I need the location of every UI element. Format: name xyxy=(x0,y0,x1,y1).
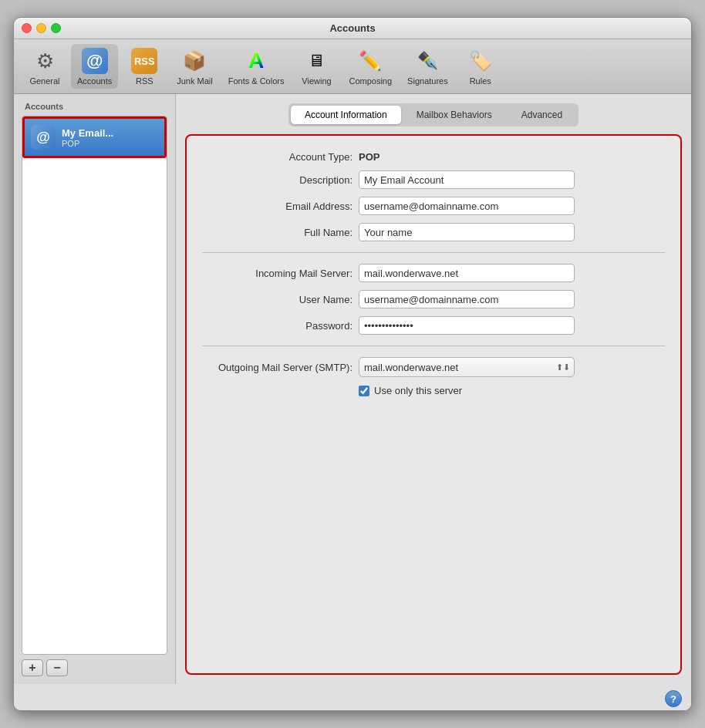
user-name-input[interactable] xyxy=(359,290,575,308)
fonts-colors-icon: A xyxy=(242,47,270,75)
outgoing-mail-server-label: Outgoing Mail Server (SMTP): xyxy=(202,362,352,373)
user-name-row: User Name: xyxy=(202,290,665,308)
bottom-bar: ? xyxy=(14,684,691,710)
toolbar-label-signatures: Signatures xyxy=(407,76,448,86)
toolbar-label-accounts: Accounts xyxy=(77,76,112,86)
account-icon: @ xyxy=(31,125,56,150)
use-only-server-row: Use only this server xyxy=(202,385,665,396)
email-address-input[interactable] xyxy=(359,197,575,215)
toolbar-item-accounts[interactable]: @ Accounts xyxy=(71,44,118,89)
remove-account-button[interactable]: − xyxy=(46,659,68,676)
use-only-server-label[interactable]: Use only this server xyxy=(374,385,462,396)
divider-1 xyxy=(202,252,665,253)
form-panel: Account Type: POP Description: Email Add… xyxy=(185,134,682,675)
account-name: My Email... xyxy=(62,127,113,139)
account-type-row: Account Type: POP xyxy=(202,151,665,163)
toolbar: ⚙ General @ Accounts RSS RSS 📦 Junk Mail… xyxy=(14,39,691,94)
full-name-label: Full Name: xyxy=(202,227,352,238)
incoming-mail-server-row: Incoming Mail Server: xyxy=(202,264,665,282)
toolbar-item-viewing[interactable]: 🖥 Viewing xyxy=(293,44,339,89)
rules-icon: 🏷️ xyxy=(467,47,494,75)
close-button[interactable] xyxy=(22,23,32,33)
general-icon: ⚙ xyxy=(31,47,59,75)
account-type-label: Account Type: xyxy=(202,151,352,163)
outgoing-mail-server-select[interactable]: mail.wonderwave.net xyxy=(359,357,575,377)
toolbar-label-rss: RSS xyxy=(136,76,153,86)
toolbar-item-junk-mail[interactable]: 📦 Junk Mail xyxy=(170,44,218,89)
toolbar-label-rules: Rules xyxy=(470,76,491,86)
add-account-button[interactable]: + xyxy=(22,659,43,676)
email-address-label: Email Address: xyxy=(202,201,352,212)
accounts-icon: @ xyxy=(81,47,109,75)
sidebar-title: Accounts xyxy=(22,102,167,111)
account-type: POP xyxy=(62,139,113,148)
tab-mailbox-behaviors[interactable]: Mailbox Behaviors xyxy=(403,106,506,124)
toolbar-label-composing: Composing xyxy=(349,76,392,86)
maximize-button[interactable] xyxy=(51,23,61,33)
viewing-icon: 🖥 xyxy=(302,47,330,75)
description-row: Description: xyxy=(202,170,665,189)
signatures-icon: ✒️ xyxy=(413,47,441,75)
divider-2 xyxy=(202,345,665,346)
toolbar-item-composing[interactable]: ✏️ Composing xyxy=(342,44,398,89)
toolbar-label-junk-mail: Junk Mail xyxy=(177,76,212,86)
tab-bar: Account Information Mailbox Behaviors Ad… xyxy=(288,103,579,126)
titlebar: Accounts xyxy=(14,18,691,39)
toolbar-item-rss[interactable]: RSS RSS xyxy=(121,44,167,89)
main-content: Accounts @ My Email... POP + − Account I… xyxy=(14,94,691,684)
toolbar-label-viewing: Viewing xyxy=(302,76,331,86)
password-label: Password: xyxy=(202,320,352,332)
toolbar-label-general: General xyxy=(29,76,59,86)
incoming-mail-server-label: Incoming Mail Server: xyxy=(202,268,352,279)
sidebar-list: @ My Email... POP xyxy=(22,116,167,655)
password-input[interactable] xyxy=(359,316,575,335)
full-name-row: Full Name: xyxy=(202,223,665,241)
right-panel: Account Information Mailbox Behaviors Ad… xyxy=(176,94,691,684)
outgoing-mail-server-select-wrap: mail.wonderwave.net ⬆⬇ xyxy=(359,357,575,377)
sidebar-buttons: + − xyxy=(22,659,167,676)
minimize-button[interactable] xyxy=(36,23,46,33)
help-button[interactable]: ? xyxy=(665,690,682,707)
description-input[interactable] xyxy=(359,170,575,189)
sidebar: Accounts @ My Email... POP + − xyxy=(14,94,176,684)
toolbar-item-rules[interactable]: 🏷️ Rules xyxy=(457,44,504,89)
sidebar-item-text: My Email... POP xyxy=(62,127,113,148)
traffic-lights xyxy=(22,23,61,33)
incoming-mail-server-input[interactable] xyxy=(359,264,575,282)
toolbar-item-fonts-colors[interactable]: A Fonts & Colors xyxy=(222,44,291,89)
main-window: Accounts ⚙ General @ Accounts RSS RSS 📦 … xyxy=(13,17,692,711)
junk-mail-icon: 📦 xyxy=(180,47,208,75)
toolbar-item-signatures[interactable]: ✒️ Signatures xyxy=(401,44,454,89)
rss-icon: RSS xyxy=(130,47,158,75)
description-label: Description: xyxy=(202,174,352,186)
password-row: Password: xyxy=(202,316,665,335)
toolbar-label-fonts-colors: Fonts & Colors xyxy=(228,76,285,86)
email-address-row: Email Address: xyxy=(202,197,665,215)
toolbar-item-general[interactable]: ⚙ General xyxy=(22,44,68,89)
tab-account-information[interactable]: Account Information xyxy=(291,106,401,124)
sidebar-item-my-email[interactable]: @ My Email... POP xyxy=(22,116,167,158)
full-name-input[interactable] xyxy=(359,223,575,241)
tab-advanced[interactable]: Advanced xyxy=(508,106,576,124)
user-name-label: User Name: xyxy=(202,294,352,305)
composing-icon: ✏️ xyxy=(356,47,384,75)
account-type-value: POP xyxy=(359,151,379,163)
window-title: Accounts xyxy=(329,22,375,34)
use-only-server-checkbox[interactable] xyxy=(359,386,369,396)
outgoing-mail-server-row: Outgoing Mail Server (SMTP): mail.wonder… xyxy=(202,357,665,377)
